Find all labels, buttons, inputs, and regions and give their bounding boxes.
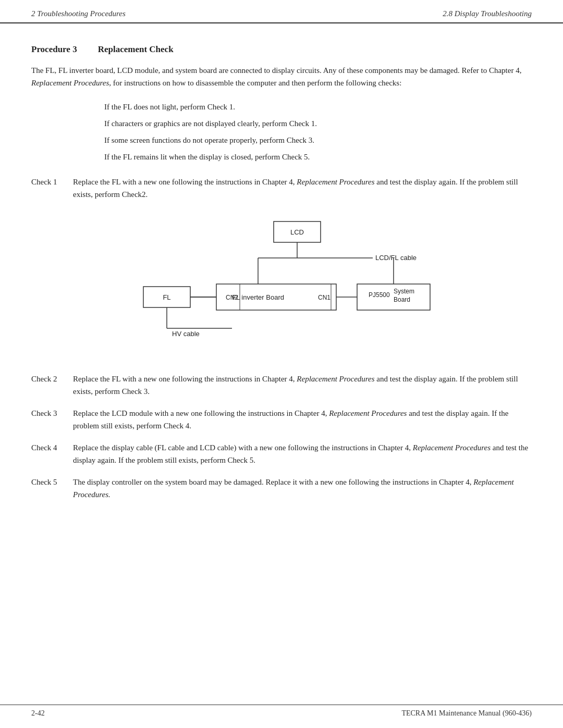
check-5-text: The display controller on the system boa… xyxy=(73,476,532,501)
footer-left: 2-42 xyxy=(31,709,45,718)
svg-text:HV cable: HV cable xyxy=(172,330,200,338)
check-2-text: Replace the FL with a new one following … xyxy=(73,373,532,398)
svg-text:LCD/FL cable: LCD/FL cable xyxy=(375,254,417,262)
check-3-text: Replace the LCD module with a new one fo… xyxy=(73,407,532,432)
indented-item-1: If the FL does not light, perform Check … xyxy=(104,101,532,113)
indented-item-3: If some screen functions do not operate … xyxy=(104,134,532,146)
section-heading: Procedure 3 Replacement Check xyxy=(31,44,532,55)
svg-text:LCD: LCD xyxy=(290,228,304,236)
diagram-container: LCD LCD/FL cable CN2 FL inverter Board C… xyxy=(31,216,532,357)
svg-text:FL: FL xyxy=(163,293,170,301)
page-header: 2 Troubleshooting Procedures 2.8 Display… xyxy=(0,0,563,23)
intro-paragraph: The FL, FL inverter board, LCD module, a… xyxy=(31,64,532,89)
check-5-label: Check 5 xyxy=(31,476,73,501)
check-1-item: Check 1 Replace the FL with a new one fo… xyxy=(31,176,532,201)
page-footer: 2-42 TECRA M1 Maintenance Manual (960-43… xyxy=(0,705,563,718)
footer-right: TECRA M1 Maintenance Manual (960-436) xyxy=(401,709,532,718)
svg-text:PJ5500: PJ5500 xyxy=(369,291,390,299)
procedure-label: Procedure 3 xyxy=(31,44,77,55)
svg-text:System: System xyxy=(394,288,414,295)
check-4-item: Check 4 Replace the display cable (FL ca… xyxy=(31,441,532,466)
check-1-label: Check 1 xyxy=(31,176,73,201)
check-2-label: Check 2 xyxy=(31,373,73,398)
main-content: Procedure 3 Replacement Check The FL, FL… xyxy=(0,23,563,552)
check-5-item: Check 5 The display controller on the sy… xyxy=(31,476,532,501)
circuit-diagram: LCD LCD/FL cable CN2 FL inverter Board C… xyxy=(112,216,451,357)
procedure-title: Replacement Check xyxy=(98,44,174,55)
check-1-text: Replace the FL with a new one following … xyxy=(73,176,532,201)
svg-text:Board: Board xyxy=(394,296,410,303)
indented-item-4: If the FL remains lit when the display i… xyxy=(104,151,532,163)
check-2-item: Check 2 Replace the FL with a new one fo… xyxy=(31,373,532,398)
svg-text:CN1: CN1 xyxy=(318,294,331,301)
header-right: 2.8 Display Troubleshooting xyxy=(443,9,532,18)
check-4-text: Replace the display cable (FL cable and … xyxy=(73,441,532,466)
check-3-label: Check 3 xyxy=(31,407,73,432)
indented-check-list: If the FL does not light, perform Check … xyxy=(104,101,532,163)
header-left: 2 Troubleshooting Procedures xyxy=(31,9,126,18)
check-3-item: Check 3 Replace the LCD module with a ne… xyxy=(31,407,532,432)
check-4-label: Check 4 xyxy=(31,441,73,466)
page: 2 Troubleshooting Procedures 2.8 Display… xyxy=(0,0,563,728)
indented-item-2: If characters or graphics are not displa… xyxy=(104,117,532,130)
